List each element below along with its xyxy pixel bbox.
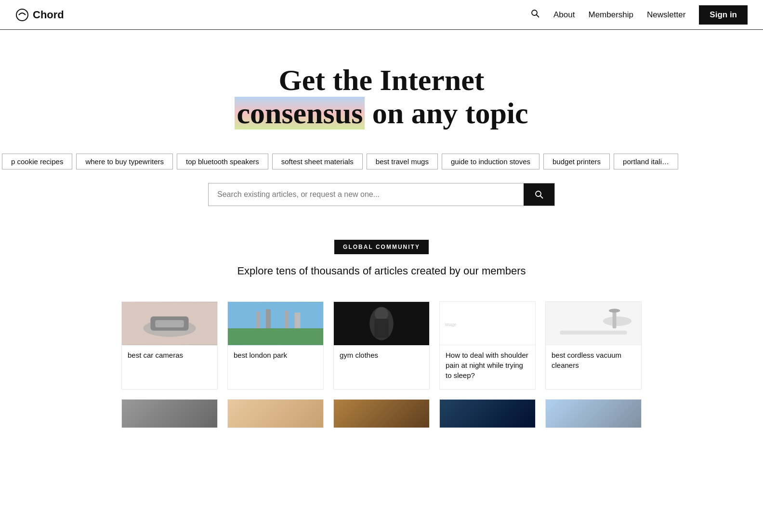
logo-text: Chord [33, 9, 64, 21]
tag-2[interactable]: top bluetooth speakers [177, 154, 268, 169]
nav-search-icon[interactable] [530, 9, 540, 21]
article-card-3[interactable]: image How to deal with shoulder pain at … [439, 301, 536, 389]
article-title-1: best london park [228, 345, 323, 362]
nav-membership-link[interactable]: Membership [588, 10, 633, 20]
search-input[interactable] [209, 183, 524, 206]
nav-right: About Membership Newsletter Sign in [530, 5, 748, 25]
hero-line2: consensus on any topic [10, 97, 753, 130]
svg-rect-12 [266, 309, 271, 328]
svg-text:image: image [445, 322, 457, 327]
article-grid-row2 [0, 394, 763, 442]
consensus-word: consensus [235, 97, 365, 130]
article-thumb-2 [334, 302, 429, 345]
svg-rect-14 [295, 312, 301, 328]
tag-7[interactable]: portland itali… [614, 154, 678, 169]
signin-button[interactable]: Sign in [699, 5, 748, 25]
logo-icon [15, 8, 29, 22]
svg-rect-13 [285, 311, 289, 328]
svg-point-3 [536, 191, 541, 196]
svg-line-2 [537, 15, 539, 18]
tag-1[interactable]: where to buy typewriters [76, 154, 173, 169]
article-title-3: How to deal with shoulder pain at night … [440, 345, 535, 382]
svg-point-1 [532, 10, 537, 15]
article-thumb-4 [546, 302, 641, 345]
tag-4[interactable]: best travel mugs [367, 154, 438, 169]
svg-rect-18 [374, 319, 389, 338]
svg-point-23 [603, 316, 631, 326]
article-card-r2-2[interactable] [333, 399, 430, 428]
hero-section: Get the Internet consensus on any topic [0, 30, 763, 145]
article-thumb-0 [122, 302, 217, 345]
hero-line1: Get the Internet [279, 64, 485, 96]
article-card-r2-0[interactable] [121, 399, 218, 428]
nav-newsletter-link[interactable]: Newsletter [647, 10, 685, 20]
search-box [208, 183, 555, 206]
svg-rect-24 [613, 311, 617, 328]
tag-3[interactable]: softest sheet materials [272, 154, 363, 169]
tag-5[interactable]: guide to induction stoves [442, 154, 539, 169]
article-card-r2-1[interactable] [227, 399, 324, 428]
search-btn-icon [534, 190, 544, 199]
svg-rect-10 [228, 328, 323, 345]
community-section: GLOBAL COMMUNITY Explore tens of thousan… [0, 230, 763, 297]
article-card-r2-3[interactable] [439, 399, 536, 428]
svg-rect-22 [560, 331, 627, 335]
tag-0[interactable]: p cookie recipes [2, 154, 72, 169]
article-card-4[interactable]: best cordless vacuum cleaners [545, 301, 642, 389]
article-title-0: best car cameras [122, 345, 217, 362]
article-title-4: best cordless vacuum cleaners [546, 345, 641, 372]
article-title-2: gym clothes [334, 345, 429, 362]
search-button[interactable] [524, 183, 554, 206]
tag-strip: p cookie recipes where to buy typewriter… [0, 145, 763, 178]
svg-line-4 [540, 195, 543, 198]
article-card-r2-4[interactable] [545, 399, 642, 428]
article-grid-row1: best car cameras best london park gym cl [0, 297, 763, 394]
svg-rect-11 [256, 311, 260, 328]
community-subtitle: Explore tens of thousands of articles cr… [10, 265, 753, 277]
svg-point-25 [609, 309, 620, 312]
svg-point-17 [375, 307, 388, 321]
hero-line2-post: on any topic [365, 97, 528, 130]
article-card-0[interactable]: best car cameras [121, 301, 218, 389]
logo[interactable]: Chord [15, 8, 64, 22]
navbar: Chord About Membership Newsletter Sign i… [0, 0, 763, 30]
article-thumb-3: image [440, 302, 535, 345]
svg-rect-8 [155, 320, 184, 327]
article-card-2[interactable]: gym clothes [333, 301, 430, 389]
tag-6[interactable]: budget printers [543, 154, 610, 169]
article-thumb-1 [228, 302, 323, 345]
search-section [0, 178, 763, 230]
svg-point-0 [16, 9, 28, 21]
hero-title: Get the Internet consensus on any topic [10, 64, 753, 130]
community-badge: GLOBAL COMMUNITY [334, 240, 429, 254]
article-card-1[interactable]: best london park [227, 301, 324, 389]
nav-about-link[interactable]: About [553, 10, 575, 20]
